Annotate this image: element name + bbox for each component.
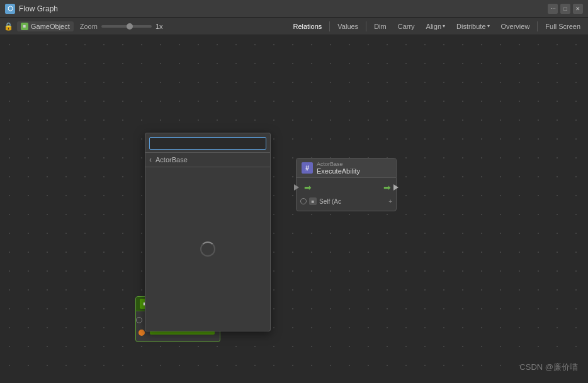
distribute-chevron: ▾ [487, 23, 490, 29]
title-bar: ⬡ Flow Graph ⋯ □ ✕ [0, 0, 588, 18]
divider-2 [366, 21, 366, 31]
watermark: CSDN @廉价喵 [519, 362, 578, 373]
carry-button[interactable]: Carry [394, 21, 419, 31]
window-title: Flow Graph [19, 4, 548, 13]
distribute-button[interactable]: Distribute ▾ [453, 21, 493, 31]
gameobject-selector[interactable]: ■ GameObject [17, 21, 74, 31]
node-header: # ActorBase ExecuteAbility [297, 158, 396, 178]
align-chevron: ▾ [443, 23, 445, 29]
search-popup: ‹ ActorBase [145, 133, 271, 331]
self-plus-icon[interactable]: + [388, 198, 392, 205]
close-button[interactable]: ✕ [573, 4, 583, 14]
exec-out-port[interactable] [393, 184, 399, 191]
toolbar: 🔒 ■ GameObject Zoom 1x Relations Values … [0, 18, 588, 35]
app-icon: ⬡ [5, 4, 15, 14]
search-content [145, 167, 270, 331]
gameobject-icon: ■ [21, 23, 28, 30]
zoom-value: 1x [155, 23, 163, 30]
node-type-icon: # [302, 162, 313, 174]
align-button[interactable]: Align ▾ [422, 21, 449, 31]
breadcrumb-label: ActorBase [155, 156, 188, 164]
node-body: ➡ ➡ ■ Self (Ac + [297, 178, 396, 211]
values-button[interactable]: Values [334, 21, 362, 31]
orange-dot-2 [139, 330, 145, 336]
self-in-port[interactable] [300, 198, 307, 204]
back-button[interactable]: ‹ [149, 155, 152, 164]
self-label: Self (Ac [319, 198, 387, 205]
search-input-wrap [145, 133, 270, 153]
node-execute-ability[interactable]: # ActorBase ExecuteAbility ➡ ➡ [296, 158, 397, 211]
relations-button[interactable]: Relations [289, 21, 325, 31]
node-category: ActorBase [317, 161, 360, 167]
lock-icon[interactable]: 🔒 [4, 22, 13, 31]
node-name: ExecuteAbility [317, 167, 360, 175]
exec-in-arrow: ➡ [304, 182, 312, 192]
restore-button[interactable]: □ [560, 4, 570, 14]
divider-1 [329, 21, 330, 31]
exec-row: ➡ ➡ [297, 180, 396, 194]
search-breadcrumb: ‹ ActorBase [145, 153, 270, 167]
zoom-label: Zoom [80, 23, 98, 30]
bottom-in-port[interactable] [136, 317, 142, 323]
dim-button[interactable]: Dim [370, 21, 390, 31]
node-title-group: ActorBase ExecuteAbility [317, 161, 360, 175]
zoom-control: Zoom 1x [80, 23, 163, 30]
overview-button[interactable]: Overview [497, 21, 534, 31]
exec-in-port[interactable] [294, 184, 299, 191]
fullscreen-button[interactable]: Full Screen [541, 21, 584, 31]
self-param-icon: ■ [309, 197, 317, 205]
canvas-area[interactable]: ‹ ActorBase # ActorBase ExecuteAbility ➡ [0, 35, 588, 383]
window-controls[interactable]: ⋯ □ ✕ [548, 4, 583, 14]
search-input[interactable] [149, 137, 266, 150]
gameobject-label: GameObject [31, 23, 70, 30]
menu-button[interactable]: ⋯ [548, 4, 558, 14]
zoom-slider[interactable] [101, 25, 152, 28]
loading-spinner [200, 241, 215, 257]
divider-3 [537, 21, 538, 31]
self-row: ■ Self (Ac + [297, 194, 396, 208]
exec-out-arrow: ➡ [383, 182, 391, 192]
